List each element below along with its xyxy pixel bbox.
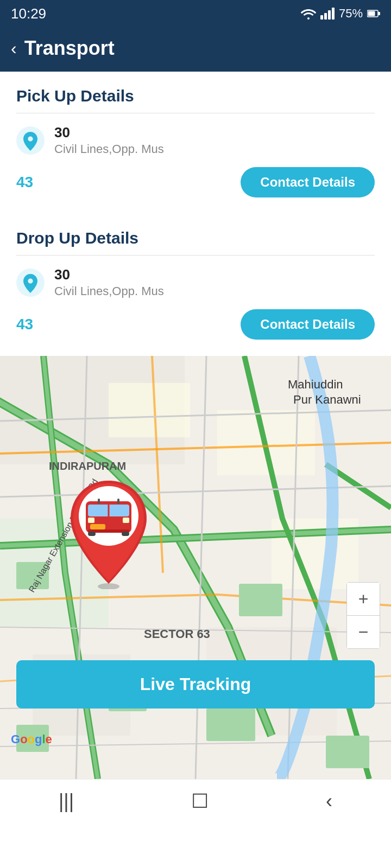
pickup-number: 30: [54, 124, 375, 141]
svg-rect-1: [324, 13, 327, 20]
svg-rect-40: [98, 499, 100, 504]
svg-rect-37: [123, 518, 129, 523]
svg-text:Mahiuddin: Mahiuddin: [288, 378, 343, 391]
svg-text:INDIRAPURAM: INDIRAPURAM: [49, 460, 126, 472]
svg-rect-2: [328, 10, 331, 20]
pickup-location-row: 30 Civil Lines,Opp. Mus: [16, 124, 375, 156]
pickup-section: Pick Up Details 30 Civil Lines,Opp. Mus …: [0, 72, 391, 214]
svg-rect-39: [122, 532, 129, 536]
map-zoom-controls: + −: [346, 582, 380, 649]
svg-rect-20: [206, 709, 255, 741]
google-letter-o2: o: [28, 732, 35, 746]
nav-home-icon[interactable]: ☐: [191, 790, 209, 813]
pickup-location-icon: [16, 126, 45, 155]
pickup-contact-button[interactable]: Contact Details: [241, 167, 375, 197]
google-letter-g2: g: [35, 732, 42, 746]
page-title: Transport: [24, 37, 115, 60]
dropup-divider: [16, 255, 375, 256]
svg-rect-41: [117, 499, 119, 504]
dropup-location-info: 30 Civil Lines,Opp. Mus: [54, 266, 375, 298]
back-button[interactable]: ‹: [11, 39, 17, 59]
status-bar: 10:29 75%: [0, 0, 391, 27]
status-icons: 75%: [301, 7, 380, 21]
svg-text:Pur Kanawni: Pur Kanawni: [293, 393, 361, 406]
svg-point-29: [98, 583, 119, 589]
google-letter-g: G: [11, 732, 20, 746]
svg-text:SECTOR 63: SECTOR 63: [144, 627, 210, 641]
dropup-number: 30: [54, 266, 375, 283]
nav-menu-icon[interactable]: |||: [59, 790, 74, 813]
zoom-out-button[interactable]: −: [347, 616, 380, 648]
dropup-action-row: 43 Contact Details: [16, 309, 375, 340]
map-container[interactable]: Mahiuddin Pur Kanawni INDIRAPURAM SECTOR…: [0, 356, 391, 779]
live-tracking-button[interactable]: Live Tracking: [16, 660, 375, 709]
google-letter-e: e: [46, 732, 52, 746]
svg-rect-5: [368, 11, 375, 16]
svg-rect-18: [239, 584, 282, 616]
battery-percent: 75%: [339, 7, 363, 21]
pickup-address: Civil Lines,Opp. Mus: [54, 142, 375, 156]
svg-rect-38: [88, 532, 96, 536]
wifi-icon: [301, 8, 316, 20]
dropup-address: Civil Lines,Opp. Mus: [54, 284, 375, 298]
dropup-section: Drop Up Details 30 Civil Lines,Opp. Mus …: [0, 214, 391, 356]
svg-rect-14: [109, 383, 190, 437]
zoom-in-button[interactable]: +: [347, 583, 380, 615]
dropup-section-title: Drop Up Details: [16, 229, 375, 247]
google-logo: Google: [11, 732, 52, 746]
status-time: 10:29: [11, 5, 46, 22]
pickup-action-row: 43 Contact Details: [16, 167, 375, 197]
svg-rect-22: [326, 736, 369, 768]
svg-rect-6: [378, 12, 380, 15]
svg-rect-0: [320, 15, 323, 20]
pickup-location-info: 30 Civil Lines,Opp. Mus: [54, 124, 375, 156]
svg-rect-34: [90, 524, 105, 529]
nav-bar: ||| ☐ ‹: [0, 779, 391, 822]
pickup-route-number: 43: [16, 174, 33, 191]
dropup-route-number: 43: [16, 316, 33, 333]
battery-icon: [367, 9, 380, 18]
map-background: Mahiuddin Pur Kanawni INDIRAPURAM SECTOR…: [0, 356, 391, 779]
google-letter-o1: o: [20, 732, 27, 746]
pickup-divider: [16, 113, 375, 113]
dropup-contact-button[interactable]: Contact Details: [241, 309, 375, 340]
dropup-location-row: 30 Civil Lines,Opp. Mus: [16, 266, 375, 298]
bus-marker: [65, 475, 152, 584]
header: ‹ Transport: [0, 27, 391, 72]
svg-rect-3: [332, 8, 335, 20]
content: Pick Up Details 30 Civil Lines,Opp. Mus …: [0, 72, 391, 779]
pickup-section-title: Pick Up Details: [16, 87, 375, 105]
signal-icon: [320, 8, 335, 20]
dropup-location-icon: [16, 269, 45, 297]
svg-rect-36: [88, 518, 94, 523]
nav-back-icon[interactable]: ‹: [326, 790, 332, 813]
